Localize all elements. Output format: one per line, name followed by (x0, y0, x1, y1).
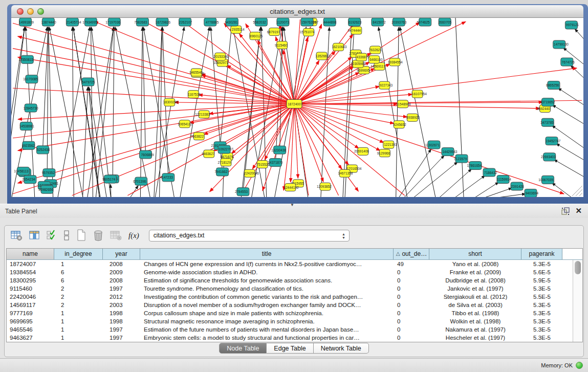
column-header-name[interactable]: name (7, 249, 54, 259)
column-header-short[interactable]: short (429, 249, 521, 259)
cell-in_degree[interactable]: 2 (54, 285, 103, 293)
float-panel-icon[interactable] (561, 207, 570, 215)
cell-title[interactable]: Structural magnetic resonance image aver… (140, 317, 394, 325)
cell-title[interactable]: Corpus callosum shape and size in male p… (140, 309, 394, 317)
cell-out_de[interactable]: 0 (394, 293, 429, 301)
cell-year[interactable]: 2008 (103, 276, 140, 285)
show-columns-icon[interactable] (29, 229, 40, 242)
cell-year[interactable]: 2003 (103, 301, 140, 309)
tab-edge-table[interactable]: Edge Table (267, 343, 313, 354)
cell-title[interactable]: Embryonic stem cells: a model to study s… (140, 334, 394, 342)
cell-pagerank[interactable]: 5.3E-5 (521, 301, 562, 309)
cell-title[interactable]: Disruption of a novel member of a sodium… (140, 301, 394, 309)
cell-name[interactable]: 9777169 (7, 309, 54, 317)
cell-out_de[interactable]: 0 (394, 325, 429, 334)
cell-out_de[interactable]: 0 (394, 317, 429, 325)
resize-grip-icon[interactable] (572, 186, 582, 196)
cell-in_degree[interactable]: 1 (54, 260, 103, 268)
cell-name[interactable]: 9463627 (7, 334, 54, 342)
cell-short[interactable]: Wolkin et al. (1998) (429, 317, 521, 325)
cell-in_degree[interactable]: 1 (54, 334, 103, 342)
cell-in_degree[interactable]: 2 (54, 301, 103, 309)
tab-node-table[interactable]: Node Table (219, 343, 267, 354)
cell-year[interactable]: 1997 (103, 285, 140, 293)
cell-year[interactable]: 2008 (103, 260, 140, 268)
cell-in_degree[interactable]: 6 (54, 268, 103, 276)
cell-pagerank[interactable]: 5.3E-5 (521, 317, 562, 325)
cell-short[interactable]: Yano et al. (2008) (429, 260, 521, 268)
vertical-scrollbar[interactable] (573, 260, 582, 342)
table-row[interactable]: 1456911722003Disruption of a novel membe… (7, 301, 582, 309)
network-window[interactable]: citations_edges.txt 11548908893892392456… (7, 4, 588, 204)
table-selector-combobox[interactable]: citations_edges.txt ▲▼ (149, 230, 350, 242)
citation-network-graph[interactable]: 1154890889389239245652122139391299662069… (11, 18, 583, 197)
select-rows-icon[interactable] (47, 229, 57, 242)
row-height-icon[interactable] (63, 229, 70, 242)
zoom-window-button[interactable] (37, 8, 44, 15)
cell-out_de[interactable]: 0 (394, 285, 429, 293)
cell-name[interactable]: 18724007 (7, 260, 54, 268)
cell-short[interactable]: Dudbridge et al. (2008) (429, 276, 521, 285)
cell-year[interactable]: 1998 (103, 317, 140, 325)
cell-in_degree[interactable]: 1 (54, 325, 103, 334)
close-panel-icon[interactable]: ✕ (575, 207, 582, 215)
table-row[interactable]: 1938455462009Genome-wide association stu… (7, 268, 582, 276)
column-header-out_de[interactable]: △ out_de… (394, 249, 429, 259)
minimize-window-button[interactable] (27, 8, 34, 15)
close-window-button[interactable] (17, 8, 24, 15)
network-window-titlebar[interactable]: citations_edges.txt (11, 5, 583, 18)
new-document-icon[interactable] (76, 229, 86, 242)
cell-in_degree[interactable]: 2 (54, 293, 103, 301)
table-body[interactable]: 1872400712008Changes of HCN gene express… (7, 260, 582, 342)
cell-in_degree[interactable]: 1 (54, 309, 103, 317)
column-header-year[interactable]: year (103, 249, 140, 259)
cell-pagerank[interactable]: 5.5E-5 (521, 293, 562, 301)
cell-short[interactable]: Franke et al. (2009) (429, 268, 521, 276)
cell-name[interactable]: 9115460 (7, 285, 54, 293)
table-row[interactable]: 1872400712008Changes of HCN gene express… (7, 260, 582, 268)
memory-status-indicator[interactable] (576, 362, 583, 369)
table-row[interactable]: 946554611997Estimation of the future num… (7, 325, 582, 334)
cell-out_de[interactable]: 0 (394, 276, 429, 285)
cell-short[interactable]: de Silva et al. (2003) (429, 301, 521, 309)
cell-name[interactable]: 9699695 (7, 317, 54, 325)
cell-title[interactable]: Changes of HCN gene expression and I(f) … (140, 260, 394, 268)
cell-out_de[interactable]: 0 (394, 301, 429, 309)
cell-name[interactable]: 19384554 (7, 268, 54, 276)
cell-name[interactable]: 9465546 (7, 325, 54, 334)
cell-pagerank[interactable]: 5.6E-5 (521, 268, 562, 276)
cell-year[interactable]: 1997 (103, 325, 140, 334)
splitter-handle-icon[interactable]: ▼ (290, 203, 294, 207)
table-row[interactable]: 1830029562008Estimation of significance … (7, 276, 582, 285)
cell-short[interactable]: Tibbo et al. (1998) (429, 309, 521, 317)
network-canvas[interactable]: 1154890889389239245652122139391299662069… (11, 18, 583, 197)
cell-pagerank[interactable]: 5.3E-5 (521, 334, 562, 342)
cell-name[interactable]: 18300295 (7, 276, 54, 285)
table-row[interactable]: 977716911998Corpus callosum shape and si… (7, 309, 582, 317)
cell-pagerank[interactable]: 5.3E-5 (521, 325, 562, 334)
cell-in_degree[interactable]: 6 (54, 276, 103, 285)
cell-short[interactable]: Jankovic et al. (1997) (429, 285, 521, 293)
column-header-title[interactable]: title (140, 249, 394, 259)
scrollbar-thumb[interactable] (575, 261, 581, 274)
table-row[interactable]: 969969511998Structural magnetic resonanc… (7, 317, 582, 325)
cell-title[interactable]: Genome-wide association studies in ADHD. (140, 268, 394, 276)
table-header-row[interactable]: namein_degreeyeartitle△ out_de…shortpage… (7, 249, 582, 260)
column-header-pagerank[interactable]: pagerank (521, 249, 562, 259)
column-header-in_degree[interactable]: in_degree (54, 249, 103, 259)
cell-pagerank[interactable]: 5.3E-5 (521, 309, 562, 317)
cell-pagerank[interactable]: 5.3E-5 (521, 285, 562, 293)
tab-network-table[interactable]: Network Table (314, 343, 369, 354)
cell-pagerank[interactable]: 5.3E-5 (521, 260, 562, 268)
cell-name[interactable]: 14569117 (7, 301, 54, 309)
delete-trash-icon[interactable] (93, 229, 104, 242)
cell-name[interactable]: 22420046 (7, 293, 54, 301)
cell-year[interactable]: 1997 (103, 334, 140, 342)
table-row[interactable]: 911546021997Tourette syndrome. Phenomeno… (7, 285, 582, 293)
cell-title[interactable]: Estimation of significance thresholds fo… (140, 276, 394, 285)
cell-pagerank[interactable]: 5.9E-5 (521, 276, 562, 285)
cell-title[interactable]: Investigating the contribution of common… (140, 293, 394, 301)
table-settings-icon[interactable] (11, 229, 23, 242)
cell-short[interactable]: Hescheler et al. (1997) (429, 334, 521, 342)
cell-out_de[interactable]: 49 (394, 260, 429, 268)
